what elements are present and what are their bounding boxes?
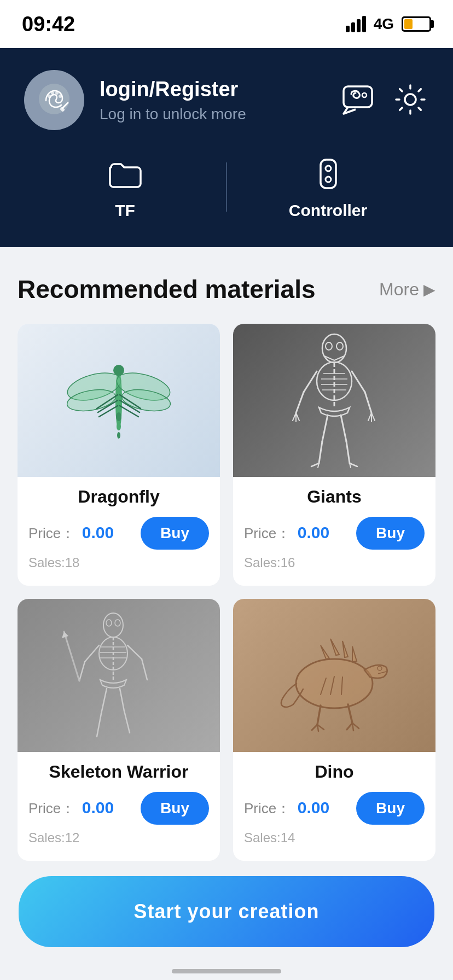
svg-line-43 <box>365 392 371 413</box>
controller-label: Controller <box>289 201 367 220</box>
product-name-skeleton: Skeleton Warrior <box>28 762 209 782</box>
svg-point-12 <box>326 177 331 182</box>
buy-button-dragonfly[interactable]: Buy <box>141 517 209 550</box>
product-price-row-skeleton: Price： 0.00 Buy <box>28 792 209 825</box>
svg-line-69 <box>101 689 107 714</box>
svg-point-11 <box>326 166 331 171</box>
product-info-dragonfly: Dragonfly Price： 0.00 Buy Sales:18 <box>18 477 220 570</box>
price-area-dino: Price： 0.00 <box>244 798 329 818</box>
sales-dino: Sales:14 <box>244 830 425 845</box>
avatar <box>24 70 84 130</box>
svg-point-27 <box>117 432 120 439</box>
buy-button-dino[interactable]: Buy <box>356 792 425 825</box>
home-indicator <box>172 969 281 973</box>
sales-dragonfly: Sales:18 <box>28 555 209 570</box>
product-info-giants: Giants Price： 0.00 Buy Sales:16 <box>233 477 435 570</box>
svg-marker-78 <box>342 641 348 657</box>
buy-button-skeleton[interactable]: Buy <box>141 792 209 825</box>
price-label-giants: Price： <box>244 525 291 541</box>
price-value-giants: 0.00 <box>298 523 329 541</box>
tools-row: TF Controller <box>24 154 429 220</box>
svg-line-87 <box>348 704 352 723</box>
product-price-row-dragonfly: Price： 0.00 Buy <box>28 517 209 550</box>
svg-rect-7 <box>344 86 372 107</box>
product-card-skeleton: Skeleton Warrior Price： 0.00 Buy Sales:1… <box>18 599 220 861</box>
tf-button[interactable]: TF <box>24 154 226 220</box>
more-label: More <box>379 279 419 300</box>
chevron-right-icon: ▶ <box>423 281 435 299</box>
palette-icon <box>35 80 73 120</box>
section-title: Recommended materials <box>18 275 316 304</box>
svg-line-72 <box>124 711 130 733</box>
header-top: login/Register Log in to unlock more <box>24 70 429 130</box>
network-label: 4G <box>374 15 394 33</box>
product-card-giants: Giants Price： 0.00 Buy Sales:16 <box>233 324 435 586</box>
svg-line-37 <box>304 371 317 392</box>
profile-text: login/Register Log in to unlock more <box>100 78 246 123</box>
start-creation-bar: Start your creation <box>19 876 434 947</box>
price-area: Price： 0.00 <box>28 523 114 543</box>
product-card-dragonfly: Dragonfly Price： 0.00 Buy Sales:18 <box>18 324 220 586</box>
svg-point-56 <box>106 620 112 626</box>
svg-marker-76 <box>321 645 329 659</box>
status-icons: 4G <box>346 15 431 33</box>
profile-sub: Log in to unlock more <box>100 106 246 123</box>
svg-line-64 <box>79 662 85 681</box>
product-image-dino <box>233 599 435 752</box>
svg-point-30 <box>336 342 343 350</box>
svg-point-32 <box>317 362 352 400</box>
svg-line-68 <box>142 659 147 680</box>
chat-button[interactable] <box>339 81 376 120</box>
svg-line-65 <box>64 632 79 681</box>
section-header: Recommended materials More ▶ <box>18 275 435 304</box>
svg-line-47 <box>322 415 328 441</box>
svg-rect-10 <box>321 160 336 188</box>
product-info-dino: Dino Price： 0.00 Buy Sales:14 <box>233 752 435 845</box>
product-name-giants: Giants <box>244 487 425 507</box>
header-actions <box>339 81 429 120</box>
start-creation-button[interactable]: Start your creation <box>19 876 434 947</box>
svg-line-38 <box>296 392 304 413</box>
header-section: login/Register Log in to unlock more <box>0 48 453 247</box>
svg-line-71 <box>120 689 124 711</box>
svg-point-0 <box>39 84 69 114</box>
product-info-skeleton: Skeleton Warrior Price： 0.00 Buy Sales:1… <box>18 752 220 845</box>
sales-skeleton: Sales:12 <box>28 830 209 845</box>
svg-point-26 <box>117 423 121 430</box>
svg-line-52 <box>346 441 350 463</box>
tf-label: TF <box>115 201 135 220</box>
svg-point-8 <box>362 93 367 97</box>
svg-line-63 <box>85 645 99 662</box>
battery-icon <box>402 16 431 32</box>
sales-giants: Sales:16 <box>244 555 425 570</box>
svg-point-1 <box>48 95 51 98</box>
product-image-skeleton <box>18 599 220 752</box>
settings-button[interactable] <box>392 81 429 120</box>
svg-line-67 <box>127 645 142 659</box>
svg-point-3 <box>55 91 59 95</box>
product-price-row-dino: Price： 0.00 Buy <box>244 792 425 825</box>
product-grid: Dragonfly Price： 0.00 Buy Sales:18 <box>18 324 435 861</box>
svg-point-57 <box>115 620 120 626</box>
more-button[interactable]: More ▶ <box>379 279 435 300</box>
price-value-dragonfly: 0.00 <box>82 523 114 541</box>
price-label-dino: Price： <box>244 800 291 816</box>
profile-name: login/Register <box>100 78 246 101</box>
status-time: 09:42 <box>22 13 75 36</box>
svg-line-84 <box>312 725 317 730</box>
svg-point-25 <box>116 412 121 421</box>
controller-button[interactable]: Controller <box>227 154 429 220</box>
svg-line-48 <box>319 441 322 463</box>
product-name-dino: Dino <box>244 762 425 782</box>
product-price-row-giants: Price： 0.00 Buy <box>244 517 425 550</box>
product-image-giants <box>233 324 435 477</box>
svg-line-51 <box>341 415 346 441</box>
profile-area[interactable]: login/Register Log in to unlock more <box>24 70 246 130</box>
product-name-dragonfly: Dragonfly <box>28 487 209 507</box>
signal-icon <box>346 16 366 32</box>
svg-line-70 <box>97 714 101 737</box>
buy-button-giants[interactable]: Buy <box>356 517 425 550</box>
svg-point-29 <box>326 342 332 350</box>
svg-point-2 <box>51 91 54 95</box>
product-image-dragonfly <box>18 324 220 477</box>
